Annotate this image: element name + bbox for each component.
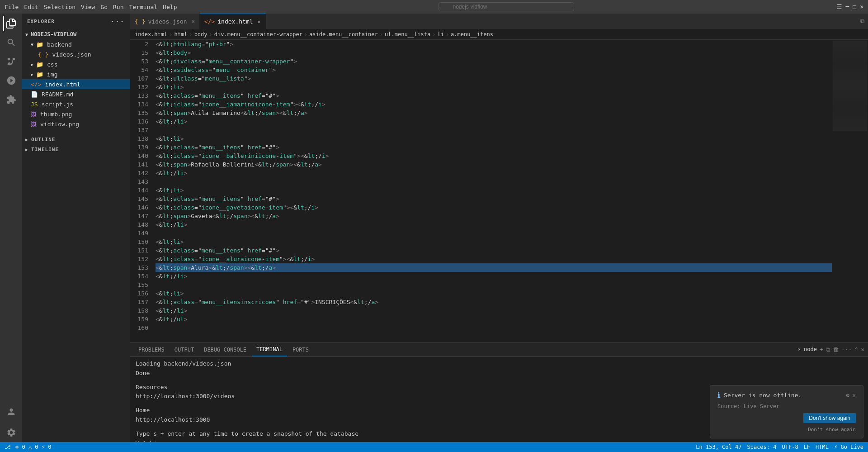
menu-view[interactable]: View bbox=[81, 4, 95, 10]
notification-close-icon[interactable]: ✕ bbox=[852, 392, 856, 399]
search-input[interactable] bbox=[439, 2, 574, 11]
more-actions-icon[interactable]: ··· bbox=[841, 346, 852, 353]
settings-activity-icon[interactable] bbox=[3, 425, 19, 440]
dont-show-text[interactable]: Don't show again bbox=[808, 427, 856, 433]
maximize-panel-icon[interactable]: ⌃ bbox=[854, 346, 858, 353]
menu-file[interactable]: File bbox=[5, 4, 19, 10]
sidebar-item-readme[interactable]: 📄 README.md bbox=[22, 89, 130, 99]
split-editor-icon[interactable]: ⧉ bbox=[860, 18, 864, 25]
sidebar-item-timeline[interactable]: ▶ TIMELINE bbox=[22, 144, 130, 154]
errors-warnings[interactable]: ⊗ 0 △ 0 ⚡ 0 bbox=[15, 444, 51, 450]
menu-go[interactable]: Go bbox=[100, 4, 108, 10]
maximize-icon[interactable]: □ bbox=[853, 3, 856, 10]
breadcrumb-item[interactable]: a.menu__itens bbox=[451, 31, 493, 38]
file-icon: { } bbox=[38, 51, 48, 58]
status-bar-right: Ln 153, Col 47 Spaces: 4 UTF-8 LF HTML ⚡… bbox=[696, 444, 863, 450]
close-panel-icon[interactable]: ✕ bbox=[861, 346, 864, 353]
breadcrumb-item[interactable]: ul.menu__lista bbox=[385, 31, 430, 38]
menu-edit[interactable]: Edit bbox=[24, 4, 38, 10]
code-line: <&lt;i class="icone__iamarino icone-item… bbox=[156, 100, 832, 109]
breadcrumb-item[interactable]: aside.menu__container bbox=[309, 31, 378, 38]
sidebar-item-label: NODEJS-VIDFLOW bbox=[31, 31, 76, 38]
sidebar-toggle-icon[interactable]: ☰ bbox=[836, 3, 842, 10]
title-bar-menus: File Edit Selection View Go Run Terminal… bbox=[5, 4, 177, 10]
tab-close-icon[interactable]: ✕ bbox=[192, 18, 195, 24]
menu-run[interactable]: Run bbox=[113, 4, 123, 10]
panel-tab-output[interactable]: OUTPUT bbox=[170, 343, 198, 357]
explorer-activity-icon[interactable] bbox=[3, 16, 19, 31]
sidebar-item-script-js[interactable]: JS script.js bbox=[22, 99, 130, 109]
code-line: <&lt;li> bbox=[156, 186, 832, 195]
code-content[interactable]: <&lt;html lang="pt-br"> <&lt;body> <&lt;… bbox=[152, 40, 832, 343]
code-line: <&lt;span>Alura<&lt;/span><&lt;/a> bbox=[156, 263, 832, 272]
tab-actions: ⧉ bbox=[860, 18, 868, 25]
spaces-setting[interactable]: Spaces: 4 bbox=[747, 444, 776, 450]
sidebar-header: EXPLORER ··· bbox=[22, 14, 130, 29]
sidebar-item-vidflow-png[interactable]: 🖼 vidflow.png bbox=[22, 119, 130, 129]
code-line: <&lt;a class="menu__itens" href="#"> bbox=[156, 195, 832, 203]
terminal-line: Done bbox=[136, 369, 863, 378]
sidebar-item-videos-json[interactable]: { } videos.json bbox=[22, 49, 130, 59]
tab-label: index.html bbox=[217, 18, 253, 25]
breadcrumb-item[interactable]: html bbox=[174, 31, 187, 38]
split-terminal-icon[interactable]: ⧉ bbox=[826, 346, 830, 353]
eol-setting[interactable]: LF bbox=[804, 444, 810, 450]
tab-close-icon[interactable]: ✕ bbox=[258, 19, 261, 25]
sidebar-item-outline[interactable]: ▶ OUTLINE bbox=[22, 134, 130, 144]
sidebar-title: EXPLORER bbox=[27, 19, 55, 24]
sidebar-item-label: thumb.png bbox=[40, 111, 72, 118]
encoding-setting[interactable]: UTF-8 bbox=[782, 444, 798, 450]
extensions-activity-icon[interactable] bbox=[3, 92, 19, 107]
code-line: <&lt;li> bbox=[156, 134, 832, 143]
new-terminal-icon[interactable]: + bbox=[820, 346, 823, 353]
breadcrumb-item[interactable]: body bbox=[194, 31, 208, 38]
code-line: <&lt;body> bbox=[156, 48, 832, 57]
go-live-button[interactable]: ⚡ Go Live bbox=[834, 444, 863, 450]
breadcrumb-item[interactable]: div.menu__container-wrapper bbox=[214, 31, 302, 38]
minimap bbox=[832, 40, 868, 343]
folder-icon: 📁 bbox=[36, 41, 43, 48]
sidebar-item-thumb-png[interactable]: 🖼 thumb.png bbox=[22, 109, 130, 119]
dont-show-footer: Don't show again bbox=[717, 427, 856, 433]
source-control-activity-icon[interactable] bbox=[3, 54, 19, 69]
account-activity-icon[interactable] bbox=[3, 404, 19, 419]
run-activity-icon[interactable] bbox=[3, 73, 19, 88]
kill-terminal-icon[interactable]: 🗑 bbox=[833, 346, 839, 353]
menu-terminal[interactable]: Terminal bbox=[129, 4, 158, 10]
panel-tab-ports[interactable]: PORTS bbox=[288, 343, 313, 357]
sidebar-more-icon[interactable]: ··· bbox=[110, 17, 125, 26]
language-mode[interactable]: HTML bbox=[816, 444, 829, 450]
panel-tab-problems[interactable]: PROBLEMS bbox=[134, 343, 169, 357]
dont-show-again-button[interactable]: Don't show again bbox=[803, 413, 856, 423]
search-activity-icon[interactable] bbox=[3, 35, 19, 50]
code-line: <&lt;i class="icone__ballerini icone-ite… bbox=[156, 152, 832, 160]
cursor-position[interactable]: Ln 153, Col 47 bbox=[696, 444, 741, 450]
menu-help[interactable]: Help bbox=[163, 4, 177, 10]
sidebar-item-label: img bbox=[47, 71, 57, 78]
close-icon[interactable]: ✕ bbox=[860, 3, 863, 10]
node-label: ⚡ node bbox=[797, 346, 817, 353]
sidebar-item-index-html[interactable]: </> index.html bbox=[22, 79, 130, 89]
code-line bbox=[156, 281, 832, 289]
sidebar-item-backend[interactable]: ▼ 📁 backend bbox=[22, 39, 130, 49]
code-line: <&lt;li> bbox=[156, 238, 832, 246]
breadcrumb-item[interactable]: li bbox=[437, 31, 443, 38]
tab-index-html[interactable]: </> index.html ✕ bbox=[200, 14, 266, 29]
panel-tab-terminal[interactable]: TERMINAL bbox=[252, 343, 287, 357]
code-line: <&lt;a class="menu__itens inscricoes" hr… bbox=[156, 298, 832, 306]
menu-selection[interactable]: Selection bbox=[44, 4, 75, 10]
notification-settings-icon[interactable]: ⚙ bbox=[846, 392, 849, 399]
code-line: <&lt;/li> bbox=[156, 117, 832, 126]
sidebar-item-css[interactable]: ▶ 📁 css bbox=[22, 59, 130, 69]
notification-title: Server is now offline. bbox=[724, 392, 842, 399]
panel-tab-debug-console[interactable]: DEBUG CONSOLE bbox=[199, 343, 251, 357]
tab-videos-json[interactable]: { } videos.json ✕ bbox=[130, 14, 200, 29]
breadcrumb-item[interactable]: index.html bbox=[135, 31, 167, 38]
title-bar-search-area bbox=[184, 2, 829, 11]
sidebar-item-root[interactable]: ▼ NODEJS-VIDFLOW bbox=[22, 29, 130, 39]
git-branch-icon[interactable]: ⎇ bbox=[5, 444, 11, 450]
minimize-icon[interactable]: ─ bbox=[846, 3, 849, 10]
sidebar: EXPLORER ··· ▼ NODEJS-VIDFLOW ▼ 📁 backen… bbox=[22, 14, 130, 442]
sidebar-item-img[interactable]: ▶ 📁 img bbox=[22, 69, 130, 79]
window-controls: ☰ ─ □ ✕ bbox=[836, 3, 863, 10]
